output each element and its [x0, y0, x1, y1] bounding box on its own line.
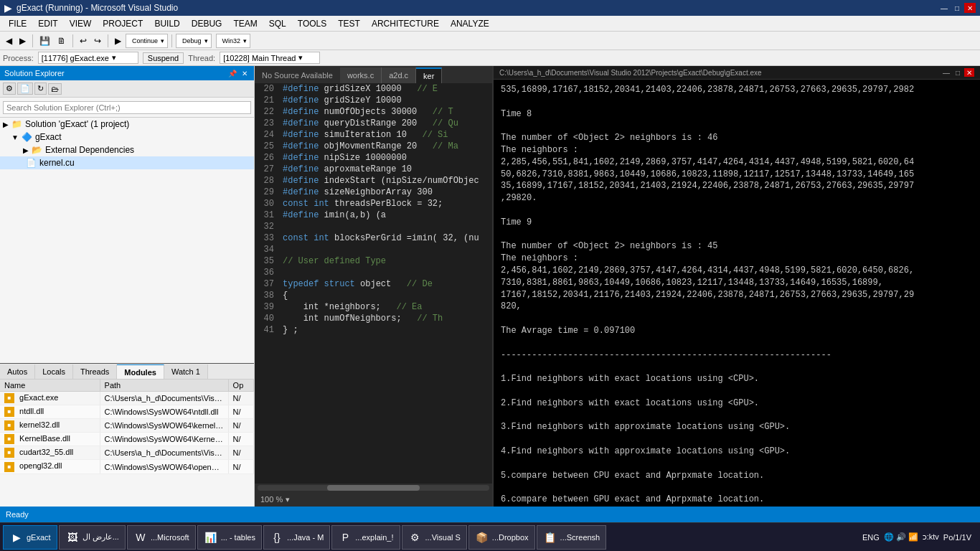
console-line: [501, 337, 973, 349]
suspend-button[interactable]: Suspend: [143, 52, 184, 64]
console-line: 3.Find neighbors with approximate locati…: [501, 421, 973, 433]
status-bar: Ready: [0, 507, 980, 522]
redo-button[interactable]: ↪: [91, 35, 104, 47]
console-line: 35,16899,17167,18152,20341,21403,21924,2…: [501, 180, 973, 192]
external-deps-node[interactable]: ▶ 📂 External Dependencies: [0, 143, 254, 156]
menu-architecture[interactable]: ARCHITECTURE: [366, 17, 445, 30]
tab-modules[interactable]: Modules: [117, 364, 164, 379]
line-content: [280, 221, 283, 232]
taskbar-item-6[interactable]: ⚙ ...Visual S: [402, 525, 467, 550]
code-editor[interactable]: 20#define gridSizeX 10000 // E21#define …: [255, 83, 492, 484]
table-row[interactable]: ■ opengl32.dll C:\Windows\SysWOW64\openg…: [0, 460, 254, 474]
menu-team[interactable]: TEAM: [227, 17, 263, 30]
taskbar: ▶ gExact 🖼 عارض ال... W ...Microsoft 📊 .…: [0, 522, 980, 551]
solution-node[interactable]: ▶ 📁 Solution 'gExact' (1 project): [0, 118, 254, 131]
no-source-tab[interactable]: No Source Available: [255, 67, 340, 83]
bottom-tabs: Autos Locals Threads Modules Watch 1: [0, 364, 254, 380]
scroll-thumb[interactable]: [327, 485, 420, 491]
table-row[interactable]: ■ kernel32.dll C:\Windows\SysWOW64\kerne…: [0, 419, 254, 433]
code-line: 31#define imin(a,b) (a: [255, 209, 492, 221]
console-line: ,29820.: [501, 192, 973, 204]
table-row[interactable]: ■ cudart32_55.dll C:\Users\a_h_d\Documen…: [0, 446, 254, 460]
se-close-button[interactable]: ✕: [240, 68, 250, 78]
menu-build[interactable]: BUILD: [149, 17, 185, 30]
menu-test[interactable]: TEST: [332, 17, 366, 30]
line-content: #define numOfObjects 30000 // T: [280, 106, 453, 118]
se-properties-button[interactable]: ⚙: [3, 83, 16, 95]
editor-scrollbar[interactable]: [255, 484, 492, 492]
modules-table-container[interactable]: Name Path Op ■ gExact.exe C:\Users\a_h_d…: [0, 380, 254, 507]
forward-button[interactable]: ▶: [17, 35, 29, 47]
se-search-input[interactable]: [3, 101, 251, 114]
taskbar-item-7[interactable]: 📦 ...Dropbox: [468, 525, 535, 550]
se-refresh-button[interactable]: ↻: [34, 83, 47, 95]
project-node[interactable]: ▼ 🔷 gExact: [0, 131, 254, 143]
save-button[interactable]: 💾: [37, 35, 53, 47]
tab-locals[interactable]: Locals: [35, 364, 73, 379]
table-row[interactable]: ■ gExact.exe C:\Users\a_h_d\Documents\Vi…: [0, 392, 254, 405]
line-number: 34: [255, 244, 280, 255]
module-path-cell: C:\Windows\SysWOW64\opengl3...: [100, 460, 228, 474]
line-comment: // T: [417, 107, 453, 117]
menu-debug[interactable]: DEBUG: [186, 17, 228, 30]
taskbar-item-2[interactable]: W ...Microsoft: [127, 525, 196, 550]
battery-icon[interactable]: 📶: [908, 532, 918, 542]
solution-tree[interactable]: ▶ 📁 Solution 'gExact' (1 project) ▼ 🔷 gE…: [0, 118, 254, 363]
line-comment: // E: [402, 84, 438, 94]
table-row[interactable]: ■ ntdll.dll C:\Windows\SysWOW64\ntdll.dl…: [0, 405, 254, 419]
kernel-file-node[interactable]: 📄 kernel.cu: [0, 156, 254, 169]
table-row[interactable]: ■ KernelBase.dll C:\Windows\SysWOW64\Ker…: [0, 433, 254, 446]
minimize-button[interactable]: —: [938, 3, 950, 13]
tab-a2d-c[interactable]: a2d.c: [382, 67, 416, 83]
tab-kernel[interactable]: ker: [416, 67, 442, 83]
module-op-cell: N/: [228, 405, 253, 419]
network-icon[interactable]: 🌐: [884, 532, 894, 542]
thread-dropdown[interactable]: [10228] Main Thread ▾: [220, 52, 320, 64]
maximize-button[interactable]: □: [951, 3, 963, 13]
save-all-button[interactable]: 🗎: [55, 35, 69, 47]
console-maximize-button[interactable]: □: [953, 68, 963, 77]
code-line: 21#define gridSizeY 10000: [255, 95, 492, 106]
process-dropdown[interactable]: [11776] gExact.exe ▾: [38, 52, 138, 64]
config-dropdown[interactable]: Debug ▾: [176, 34, 212, 48]
se-showfiles-button[interactable]: 📄: [17, 83, 33, 95]
menu-project[interactable]: PROJECT: [97, 17, 149, 30]
menu-view[interactable]: VIEW: [64, 17, 98, 30]
console-close-button[interactable]: ✕: [964, 68, 974, 77]
taskbar-item-5[interactable]: P ...explain_!: [331, 525, 400, 550]
volume-icon[interactable]: 🔊: [896, 532, 906, 542]
code-line: 26#define nipSize 10000000: [255, 152, 492, 164]
code-line: 37typedef struct object // De: [255, 278, 492, 290]
start-button[interactable]: ▶: [112, 35, 124, 47]
taskbar-item-1[interactable]: 🖼 عارض ال...: [59, 525, 126, 550]
taskbar-item-icon: 🖼: [65, 530, 80, 545]
taskbar-item-label: ...Microsoft: [151, 533, 189, 542]
platform-dropdown[interactable]: Win32 ▾: [216, 34, 251, 48]
se-collapse-button[interactable]: 🗁: [48, 83, 62, 95]
taskbar-item-0[interactable]: ▶ gExact: [3, 525, 57, 550]
project-expand-icon: ▼: [11, 133, 19, 141]
menu-tools[interactable]: TOOLS: [292, 17, 332, 30]
undo-button[interactable]: ↩: [77, 35, 90, 47]
taskbar-item-4[interactable]: {} ...Java - M: [263, 525, 330, 550]
tab-threads[interactable]: Threads: [73, 364, 117, 379]
tab-autos[interactable]: Autos: [0, 364, 35, 379]
menu-file[interactable]: FILE: [3, 17, 32, 30]
menu-analyze[interactable]: ANALYZE: [445, 17, 495, 30]
tab-watch1[interactable]: Watch 1: [164, 364, 208, 379]
console-minimize-button[interactable]: —: [941, 68, 951, 77]
menu-edit[interactable]: EDIT: [32, 17, 63, 30]
taskbar-item-3[interactable]: 📊 ... - tables: [197, 525, 262, 550]
continue-dropdown[interactable]: Continue ▾: [126, 34, 168, 48]
tab-works-c[interactable]: works.c: [340, 67, 382, 83]
menu-sql[interactable]: SQL: [263, 17, 292, 30]
se-pin-button[interactable]: 📌: [227, 68, 237, 78]
back-button[interactable]: ◀: [3, 35, 15, 47]
module-path-cell: C:\Users\a_h_d\Documents\Visua...: [100, 446, 228, 460]
left-panel: Solution Explorer 📌 ✕ ⚙ 📄 ↻ 🗁 ▶ 📁 Soluti…: [0, 66, 255, 507]
scroll-track[interactable]: [258, 485, 489, 491]
taskbar-item-8[interactable]: 📋 ...Screensh: [537, 525, 607, 550]
console-line: [501, 229, 973, 241]
close-button[interactable]: ✕: [964, 3, 976, 13]
console-line: Time 8: [501, 108, 973, 121]
